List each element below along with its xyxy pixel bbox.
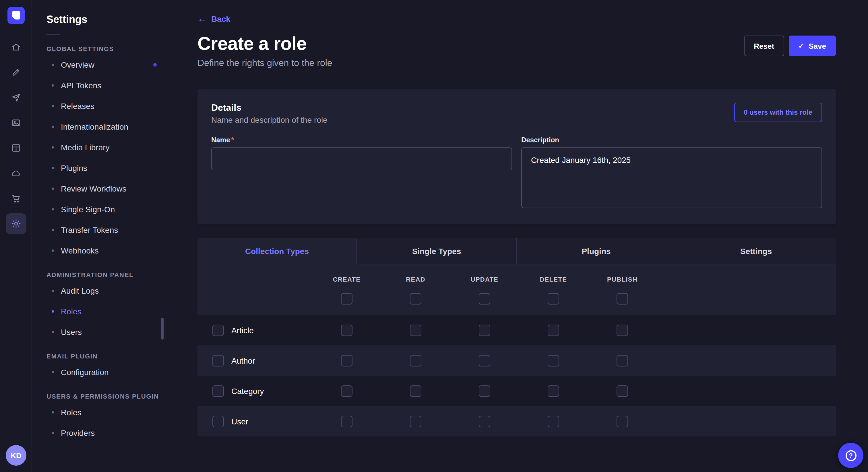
sidebar-item-label: Transfer Tokens <box>61 225 118 235</box>
bullet-icon <box>52 188 54 190</box>
nav-section-email-plugin: EMAIL PLUGIN Configuration <box>46 353 165 382</box>
author-publish-checkbox[interactable] <box>617 355 628 366</box>
bullet-icon <box>52 146 54 148</box>
tab-settings[interactable]: Settings <box>676 238 836 264</box>
user-delete-checkbox[interactable] <box>548 415 559 427</box>
article-update-checkbox[interactable] <box>479 324 490 336</box>
users-with-role-button[interactable]: 0 users with this role <box>734 103 822 122</box>
sidebar-item-audit-logs[interactable]: Audit Logs <box>46 280 165 301</box>
article-create-checkbox[interactable] <box>341 324 352 336</box>
user-read-checkbox[interactable] <box>410 415 422 427</box>
nav-section-global-settings: GLOBAL SETTINGS Overview API Tokens Rele… <box>46 45 165 261</box>
user-publish-checkbox[interactable] <box>617 415 628 427</box>
sidebar-item-label: Roles <box>61 408 82 417</box>
permission-row-user[interactable]: User <box>197 406 836 436</box>
category-publish-checkbox[interactable] <box>617 385 628 397</box>
nav-media-library[interactable] <box>5 112 26 133</box>
save-button[interactable]: ✓ Save <box>788 36 836 56</box>
help-button[interactable]: ? <box>838 443 863 468</box>
article-delete-checkbox[interactable] <box>548 324 559 336</box>
image-icon <box>11 117 21 128</box>
details-title: Details <box>211 103 822 113</box>
tab-plugins[interactable]: Plugins <box>517 238 676 264</box>
author-update-checkbox[interactable] <box>479 355 490 366</box>
nav-marketplace[interactable] <box>5 188 26 209</box>
description-input[interactable]: Created January 16th, 2025 <box>521 147 822 208</box>
select-all-create-checkbox[interactable] <box>341 293 352 305</box>
title-divider <box>46 34 60 35</box>
nav-section-administration-panel: ADMINISTRATION PANEL Audit Logs Roles Us… <box>46 271 165 342</box>
sidebar-item-transfer-tokens[interactable]: Transfer Tokens <box>46 220 165 240</box>
reset-button[interactable]: Reset <box>744 36 784 56</box>
column-header-delete: DELETE <box>519 276 588 283</box>
sidebar-item-label: API Tokens <box>61 81 101 90</box>
sidebar-item-webhooks[interactable]: Webhooks <box>46 240 165 261</box>
details-header: Details Name and description of the role <box>211 103 822 125</box>
select-all-publish-checkbox[interactable] <box>617 293 628 305</box>
article-read-checkbox[interactable] <box>410 324 422 336</box>
nav-settings[interactable] <box>5 213 26 234</box>
category-row-checkbox[interactable] <box>212 385 224 397</box>
permission-row-author[interactable]: Author <box>197 345 836 376</box>
sidebar-item-providers[interactable]: Providers <box>46 423 165 443</box>
bullet-icon <box>52 411 54 413</box>
select-all-delete-checkbox[interactable] <box>548 293 559 305</box>
sidebar-item-configuration[interactable]: Configuration <box>46 362 165 382</box>
category-create-checkbox[interactable] <box>341 385 352 397</box>
user-create-checkbox[interactable] <box>341 415 352 427</box>
sidebar-item-roles[interactable]: Roles <box>46 301 165 322</box>
select-all-read-checkbox[interactable] <box>410 293 422 305</box>
sidebar-item-label: Providers <box>61 429 95 438</box>
sidebar-item-internationalization[interactable]: Internationalization <box>46 116 165 137</box>
strapi-logo[interactable] <box>7 7 24 24</box>
sidebar-item-overview[interactable]: Overview <box>46 55 165 75</box>
nav-content-manager[interactable] <box>5 62 26 82</box>
nav-section-header: EMAIL PLUGIN <box>46 353 165 360</box>
sidebar-item-review-workflows[interactable]: Review Workflows <box>46 178 165 199</box>
sidebar-item-up-roles[interactable]: Roles <box>46 402 165 423</box>
sidebar-item-label: Plugins <box>61 164 87 173</box>
name-input[interactable] <box>211 147 512 170</box>
sidebar-item-releases[interactable]: Releases <box>46 96 165 116</box>
author-delete-checkbox[interactable] <box>548 355 559 366</box>
permission-row-category[interactable]: Category <box>197 376 836 406</box>
back-link[interactable]: ← Back <box>197 14 230 24</box>
check-icon: ✓ <box>798 42 804 50</box>
user-row-checkbox[interactable] <box>212 415 224 427</box>
settings-nav-title: Settings <box>46 14 165 26</box>
nav-releases[interactable] <box>5 87 26 108</box>
nav-deploy[interactable] <box>5 163 26 183</box>
bullet-icon <box>52 167 54 169</box>
author-create-checkbox[interactable] <box>341 355 352 366</box>
author-read-checkbox[interactable] <box>410 355 422 366</box>
article-row-checkbox[interactable] <box>212 324 224 336</box>
nav-content-type-builder[interactable] <box>5 138 26 158</box>
nav-home[interactable] <box>5 37 26 57</box>
tab-single-types[interactable]: Single Types <box>357 238 517 264</box>
permission-row-article[interactable]: Article <box>197 315 836 345</box>
nav-section-header: ADMINISTRATION PANEL <box>46 271 165 278</box>
category-update-checkbox[interactable] <box>479 385 490 397</box>
category-read-checkbox[interactable] <box>410 385 422 397</box>
tab-collection-types[interactable]: Collection Types <box>197 238 357 264</box>
bullet-icon <box>52 208 54 210</box>
sidebar-item-media-library[interactable]: Media Library <box>46 137 165 158</box>
sidebar-item-users[interactable]: Users <box>46 322 165 342</box>
bullet-icon <box>52 290 54 292</box>
category-delete-checkbox[interactable] <box>548 385 559 397</box>
avatar[interactable]: KD <box>6 445 26 466</box>
scrollbar-thumb[interactable] <box>161 318 164 339</box>
settings-nav: Settings GLOBAL SETTINGS Overview API To… <box>33 0 165 472</box>
sidebar-item-single-sign-on[interactable]: Single Sign-On <box>46 199 165 220</box>
sidebar-item-label: Audit Logs <box>61 286 99 295</box>
details-card: Details Name and description of the role… <box>197 89 836 224</box>
author-row-checkbox[interactable] <box>212 355 224 366</box>
select-all-update-checkbox[interactable] <box>479 293 490 305</box>
sidebar-item-api-tokens[interactable]: API Tokens <box>46 75 165 96</box>
name-field: Name* <box>211 136 512 210</box>
article-publish-checkbox[interactable] <box>617 324 628 336</box>
sidebar-item-plugins[interactable]: Plugins <box>46 158 165 178</box>
user-update-checkbox[interactable] <box>479 415 490 427</box>
header-actions: Reset ✓ Save <box>744 33 836 56</box>
home-icon <box>11 42 21 52</box>
